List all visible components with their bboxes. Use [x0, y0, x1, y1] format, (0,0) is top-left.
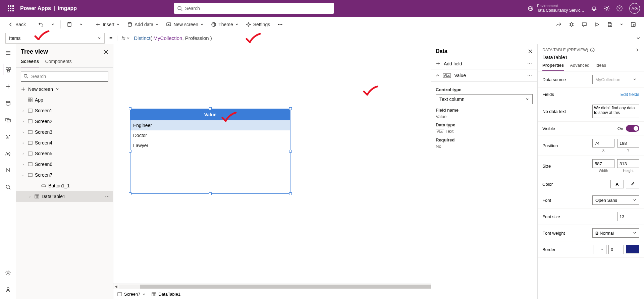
app-checker-icon[interactable] [566, 20, 577, 28]
fontweight-dropdown[interactable]: B Normal [592, 228, 639, 238]
fontsize-input[interactable] [617, 212, 639, 221]
new-screen-link[interactable]: New screen [21, 86, 108, 92]
share-icon[interactable] [553, 20, 564, 28]
new-screen-button[interactable]: New screen [163, 20, 206, 28]
color-picker-button[interactable] [626, 180, 639, 188]
paste-button[interactable] [64, 20, 75, 28]
save-chevron[interactable] [617, 21, 626, 27]
rail-flow-icon[interactable] [3, 131, 13, 142]
table-row[interactable]: Lawyer [130, 140, 290, 151]
height-input[interactable] [617, 159, 639, 168]
tree-item-screen[interactable]: ›Screen3 [16, 127, 113, 137]
svg-rect-50 [28, 173, 32, 177]
data-close-icon[interactable] [528, 49, 533, 54]
tree-close-icon[interactable] [104, 50, 108, 54]
rail-variables-icon[interactable]: (x) [3, 148, 13, 159]
property-dropdown[interactable]: Items [5, 33, 105, 44]
tab-ideas[interactable]: Ideas [595, 63, 606, 71]
add-field-more-icon[interactable]: ⋯ [527, 61, 533, 66]
rail-settings-icon[interactable] [3, 267, 13, 278]
rail-media-icon[interactable] [3, 115, 13, 125]
tree-item-screen[interactable]: ›Screen4 [16, 137, 113, 148]
formula-expand-icon[interactable] [632, 32, 644, 44]
help-icon[interactable] [616, 5, 623, 11]
control-type-dropdown[interactable]: Text column [436, 94, 533, 104]
svg-rect-3 [8, 8, 9, 9]
width-input[interactable] [592, 159, 614, 168]
required-label: Required [436, 137, 533, 142]
user-avatar[interactable]: AG [629, 3, 640, 14]
tab-components[interactable]: Components [45, 59, 71, 67]
formula-input[interactable]: Distinct( MyCollection, Profession ) [132, 35, 632, 41]
settings-gear-icon[interactable] [604, 5, 610, 11]
publish-icon[interactable] [628, 20, 639, 28]
tab-properties[interactable]: Properties [542, 63, 564, 71]
rail-ask-icon[interactable] [3, 284, 13, 295]
svg-point-18 [212, 22, 216, 26]
tree-item-screen[interactable]: ⌄Screen7 [16, 170, 113, 180]
datatable-control[interactable]: Value Engineer Doctor Lawyer [130, 109, 290, 194]
add-field-button[interactable]: Add field ⋯ [431, 58, 537, 69]
tree-item-datatable[interactable]: ›DataTable1⋯ [16, 191, 113, 202]
more-button[interactable] [275, 20, 285, 28]
field-more-icon[interactable]: ⋯ [527, 73, 533, 78]
tree-item-more-icon[interactable]: ⋯ [105, 194, 110, 199]
border-style-dropdown[interactable]: — [593, 245, 606, 254]
insert-button[interactable]: Insert [93, 20, 122, 28]
tree-item-screen[interactable]: ›Screen1 [16, 105, 113, 116]
tree-item-screen[interactable]: ›Screen6 [16, 159, 113, 170]
fx-label[interactable]: fx [117, 36, 130, 41]
field-item-value[interactable]: Abc Value ⋯ [431, 69, 537, 82]
font-color-button[interactable]: A [610, 180, 624, 188]
scroll-left-icon[interactable]: ◀ [113, 285, 119, 288]
paste-chevron[interactable] [77, 21, 86, 27]
nodata-input[interactable]: We didn't find any data to show at this [592, 105, 639, 118]
tree-item-screen[interactable]: ›Screen5 [16, 148, 113, 159]
notifications-icon[interactable] [591, 5, 597, 11]
pos-y-input[interactable] [617, 139, 639, 147]
rail-hamburger-icon[interactable] [3, 48, 13, 58]
add-data-button[interactable]: Add data [124, 20, 161, 28]
breadcrumb-control[interactable]: DataTable1 [152, 292, 180, 297]
font-dropdown[interactable]: Open Sans [592, 195, 639, 205]
undo-button[interactable] [36, 20, 46, 28]
rail-insert-icon[interactable] [3, 81, 13, 92]
theme-button[interactable]: Theme [208, 20, 241, 28]
tree-item-screen[interactable]: ›Screen2 [16, 116, 113, 127]
global-search-input[interactable] [174, 3, 334, 14]
border-color-swatch[interactable] [626, 245, 639, 253]
svg-rect-0 [8, 5, 9, 7]
settings-button[interactable]: Settings [243, 20, 273, 28]
rail-tree-icon[interactable] [3, 64, 13, 75]
visible-toggle[interactable] [626, 125, 639, 132]
breadcrumb-screen[interactable]: Screen7 [117, 292, 146, 297]
border-width-input[interactable] [608, 245, 624, 254]
datasource-dropdown[interactable]: MyCollection [592, 75, 639, 84]
table-row[interactable]: Doctor [130, 130, 290, 140]
tree-item-button[interactable]: Button1_1 [16, 180, 113, 191]
tree-title: Tree view [21, 48, 104, 55]
save-icon[interactable] [604, 20, 615, 28]
tree-search-input[interactable] [21, 71, 108, 82]
play-icon[interactable] [592, 20, 602, 28]
pos-x-input[interactable] [592, 139, 614, 147]
info-icon[interactable] [590, 48, 595, 52]
rail-tools-icon[interactable] [3, 165, 13, 176]
prop-panel-header: DATA TABLE (PREVIEW) [542, 48, 588, 52]
edit-fields-link[interactable]: Edit fields [621, 92, 639, 97]
tab-screens[interactable]: Screens [21, 59, 39, 67]
comments-icon[interactable] [579, 20, 590, 28]
tab-advanced[interactable]: Advanced [570, 63, 589, 71]
environment-icon [528, 5, 534, 11]
environment-label[interactable]: Environment Tata Consultancy Servic… [537, 4, 584, 13]
tree-item-app[interactable]: App [16, 95, 113, 105]
table-row[interactable]: Engineer [130, 120, 290, 130]
back-button[interactable]: Back [5, 20, 29, 28]
prop-expand-icon[interactable] [635, 48, 639, 52]
svg-rect-53 [118, 293, 122, 296]
rail-search-icon[interactable] [3, 182, 13, 192]
app-launcher-icon[interactable] [4, 5, 17, 11]
rail-data-icon[interactable] [3, 98, 13, 109]
svg-rect-52 [35, 195, 39, 198]
undo-chevron[interactable] [48, 21, 57, 27]
